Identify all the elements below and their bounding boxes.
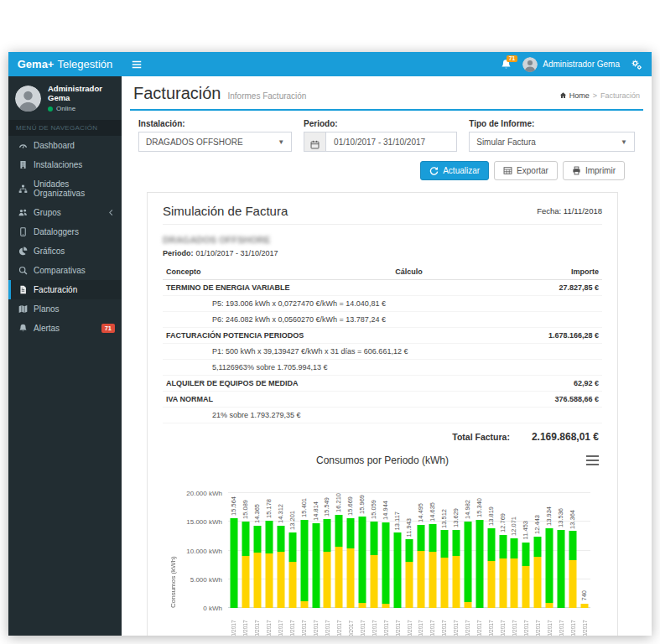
chart-bar-10-10-2017[interactable] xyxy=(335,515,343,608)
tipo-informe-select[interactable]: Simular Factura ▼ xyxy=(469,132,635,152)
main-content: Facturación Informes Facturación Home > … xyxy=(122,76,652,636)
row-concept: 5,1126963% sobre 1.705.994,13 € xyxy=(166,363,490,371)
chart-bar-slot: 13.934 xyxy=(543,493,555,608)
chart-bar-slot: 15.564 xyxy=(228,493,240,608)
row-importe xyxy=(490,363,599,371)
bar-segment-p3 xyxy=(371,522,378,555)
invoice-row: IVA NORMAL376.588,66 € xyxy=(163,392,602,408)
sidebar-item-alertas[interactable]: Alertas71 xyxy=(8,319,122,338)
chart-bar-value-label: 13.117 xyxy=(394,512,401,530)
actualizar-button[interactable]: Actualizar xyxy=(420,161,489,180)
sidebar-item-label: Dashboard xyxy=(34,141,75,150)
chart-bar-31-10-2017[interactable] xyxy=(581,604,589,608)
chart-bar-03-10-2017[interactable] xyxy=(253,526,261,608)
chart-bar-27-10-2017[interactable] xyxy=(534,537,542,608)
user-name: Administrador Gema xyxy=(543,60,620,69)
chart-bar-value-label: 15.669 xyxy=(348,496,355,516)
chart-x-axis-labels: 01/10/201702/10/201703/10/201704/10/2017… xyxy=(228,610,590,636)
chart-bar-02-10-2017[interactable] xyxy=(242,522,249,608)
chart-bar-slot: 14.495 xyxy=(415,493,427,608)
chart-bar-value-label: 13.512 xyxy=(441,509,448,528)
notifications-button[interactable]: 71 xyxy=(501,59,512,70)
chart-bar-12-10-2017[interactable] xyxy=(359,517,366,608)
bar-segment-p3 xyxy=(522,543,530,567)
chart-bar-16-10-2017[interactable] xyxy=(406,539,413,608)
chart-x-tick: 10/10/2017 xyxy=(333,610,345,636)
chart-bar-29-10-2017[interactable] xyxy=(558,530,565,608)
row-importe: 27.827,85 € xyxy=(490,283,599,292)
chart-x-tick: 06/10/2017 xyxy=(287,610,299,636)
sidebar-item-instalaciones[interactable]: Instalaciones xyxy=(8,155,122,174)
periodo-label: Periodo: xyxy=(304,119,457,128)
bar-segment-p2 xyxy=(347,548,355,608)
chart-bar-23-10-2017[interactable] xyxy=(487,528,495,608)
exportar-button[interactable]: Exportar xyxy=(494,161,558,180)
periodo-daterange-input[interactable]: 01/10/2017 - 31/10/2017 xyxy=(304,132,457,152)
chart-bar-01-10-2017[interactable] xyxy=(230,518,237,608)
bar-segment-p3 xyxy=(511,538,518,558)
chart-bar-20-10-2017[interactable] xyxy=(452,530,460,608)
sidebar-item-planos[interactable]: Planos xyxy=(8,299,122,319)
chart-x-tick: 04/10/2017 xyxy=(263,610,275,636)
map-icon xyxy=(18,304,28,314)
sidebar-item-label: Dataloggers xyxy=(34,227,79,236)
bar-segment-p3 xyxy=(406,539,413,562)
sidebar-item-dashboard[interactable]: Dashboard xyxy=(8,136,122,155)
brand-logo[interactable]: Gema+ Telegestión xyxy=(8,52,122,76)
breadcrumb-home-link[interactable]: Home xyxy=(559,91,590,100)
chart-bar-06-10-2017[interactable] xyxy=(288,532,296,608)
user-menu[interactable]: Administrador Gema xyxy=(522,57,620,72)
sidebar-item-label: Facturación xyxy=(34,285,77,294)
chart-y-tick-label: 5.000 kWh xyxy=(190,575,222,583)
brand-rest: Telegestión xyxy=(57,58,112,70)
chart-bar-25-10-2017[interactable] xyxy=(511,538,518,608)
sidebar-item-comparativas[interactable]: Comparativas xyxy=(8,261,122,280)
chart-bar-17-10-2017[interactable] xyxy=(417,525,424,608)
alert-count-badge: 71 xyxy=(101,324,115,333)
chevron-down-icon: ▼ xyxy=(621,138,627,146)
chart-bar-28-10-2017[interactable] xyxy=(546,528,553,608)
sidebar-item-grupos[interactable]: Grupos xyxy=(8,203,122,222)
sidebar-user-status: Online xyxy=(48,105,115,112)
sidebar-item-facturacion[interactable]: Facturación xyxy=(8,280,122,299)
chart-bar-slot: 14.944 xyxy=(380,493,392,608)
bar-segment-p3 xyxy=(288,532,296,563)
bar-segment-p2 xyxy=(288,562,296,608)
bar-segment-p3 xyxy=(242,522,249,556)
bar-segment-p3 xyxy=(230,518,237,608)
chart-bar-04-10-2017[interactable] xyxy=(265,521,273,608)
sidebar-item-dataloggers[interactable]: Dataloggers xyxy=(8,222,122,242)
chart-bar-21-10-2017[interactable] xyxy=(464,522,471,608)
instalacion-select[interactable]: DRAGADOS OFFSHORE ▼ xyxy=(138,132,292,152)
chart-bar-24-10-2017[interactable] xyxy=(499,535,507,608)
chart-bar-11-10-2017[interactable] xyxy=(347,518,355,608)
chart-bar-13-10-2017[interactable] xyxy=(371,522,378,608)
chart-bar-22-10-2017[interactable] xyxy=(476,520,483,608)
chart-x-tick: 07/10/2017 xyxy=(299,610,310,636)
chart-bar-15-10-2017[interactable] xyxy=(394,532,402,608)
report-box: Instalación: DRAGADOS OFFSHORE ▼ Periodo… xyxy=(130,109,643,636)
chart-bar-05-10-2017[interactable] xyxy=(277,526,284,608)
sidebar-item-graficos[interactable]: Gráficos xyxy=(8,242,122,261)
sidebar-item-unidades-organizativas[interactable]: Unidades Organizativas xyxy=(8,174,122,203)
sidebar-toggle-icon[interactable] xyxy=(131,59,143,70)
chart-bar-08-10-2017[interactable] xyxy=(312,523,320,608)
notification-count-badge: 71 xyxy=(507,55,517,63)
chart-bar-30-10-2017[interactable] xyxy=(569,531,577,608)
filter-tipo-informe: Tipo de Informe: Simular Factura ▼ xyxy=(469,119,635,152)
chart-bar-26-10-2017[interactable] xyxy=(522,543,530,608)
chart-menu-icon[interactable] xyxy=(586,455,599,465)
chart-x-tick: 09/10/2017 xyxy=(322,610,334,636)
chart-bar-value-label: 13.934 xyxy=(547,506,553,526)
chart-bar-14-10-2017[interactable] xyxy=(382,522,390,608)
bar-segment-p2 xyxy=(382,604,390,608)
invoice-date: Fecha: 11/11/2018 xyxy=(537,206,602,216)
chart-bar-slot: 16.210 xyxy=(333,493,345,608)
chart-bar-09-10-2017[interactable] xyxy=(324,519,331,608)
total-label: Total Factura: xyxy=(452,432,510,442)
chart-bar-19-10-2017[interactable] xyxy=(440,530,448,608)
chart-bar-18-10-2017[interactable] xyxy=(429,524,436,608)
imprimir-button[interactable]: Imprimir xyxy=(563,161,625,180)
chart-bar-07-10-2017[interactable] xyxy=(300,520,308,608)
settings-gears-icon[interactable] xyxy=(631,59,642,70)
